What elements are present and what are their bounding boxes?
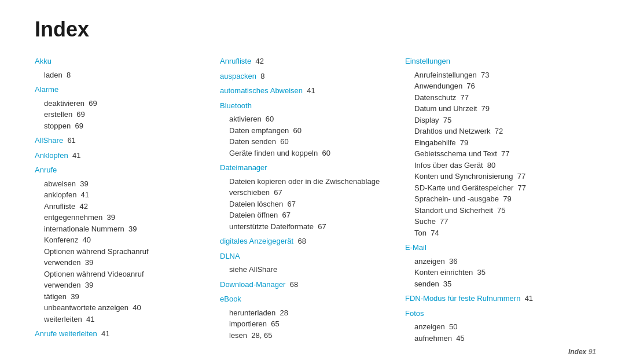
link-anklopfen[interactable]: Anklopfen [35, 151, 68, 160]
link-allshare[interactable]: AllShare [35, 136, 63, 145]
sub-datum-uhrzeit: Datum und Uhrzeit 79 [414, 103, 579, 115]
link-ebook[interactable]: eBook [220, 295, 241, 303]
sub-email-senden: senden 35 [414, 278, 579, 290]
link-bluetooth[interactable]: Bluetooth [220, 101, 252, 110]
sub-ebook-herunterladen: herunterladen 28 [229, 307, 394, 319]
column-1: Akku laden 8 Alarme deaktivieren 69 erst… [35, 56, 220, 347]
link-dateimanager[interactable]: Dateimanager [220, 163, 267, 172]
sub-deaktivieren: deaktivieren 69 [44, 98, 208, 109]
page-title: Index [35, 17, 590, 42]
sub-bt-senden: Daten senden 60 [229, 136, 394, 148]
link-fotos[interactable]: Fotos [405, 309, 424, 318]
sub-dateien-kopieren: Dateien kopieren oder in die Zwischenabl… [229, 176, 394, 198]
sub-taetigen: tätigen 39 [44, 291, 208, 303]
heading-dlna[interactable]: DLNA [220, 251, 394, 262]
sub-suche: Suche 77 [414, 216, 579, 227]
sub-display: Display 75 [414, 115, 579, 126]
heading-digitales-anzeige[interactable]: digitales Anzeigegerät 68 [220, 236, 394, 247]
heading-allshare[interactable]: AllShare 61 [35, 135, 208, 146]
heading-download-manager[interactable]: Download-Manager 68 [220, 279, 394, 291]
group-download-manager: Download-Manager 68 [220, 279, 394, 291]
sub-dateien-loeschen: Dateien löschen 67 [229, 198, 394, 210]
sub-drahtlos-netzwerk: Drahtlos und Netzwerk 72 [414, 126, 579, 137]
link-email[interactable]: E-Mail [405, 243, 427, 252]
heading-anrufliste[interactable]: Anrufliste 42 [220, 56, 394, 67]
sub-entgegennehmen: entgegennehmen 39 [44, 212, 208, 223]
link-akku[interactable]: Akku [35, 57, 52, 65]
sub-fotos-aufnehmen: aufnehmen 45 [414, 333, 579, 344]
heading-dateimanager[interactable]: Dateimanager [220, 162, 394, 174]
link-anrufliste[interactable]: Anrufliste [220, 57, 251, 65]
heading-auspacken[interactable]: auspacken 8 [220, 71, 394, 82]
sub-weiterleiten: weiterleiten 41 [44, 314, 208, 325]
sub-dateien-oeffnen: Dateien öffnen 67 [229, 209, 394, 221]
footer: Index 91 [568, 348, 596, 356]
sub-dlna-allshare: siehe AllShare [229, 264, 394, 275]
group-allshare: AllShare 61 [35, 135, 208, 146]
column-3: Einstellungen Anrufeinstellungen 73 Anwe… [405, 56, 590, 347]
heading-akku[interactable]: Akku [35, 56, 208, 67]
heading-fotos[interactable]: Fotos [405, 308, 579, 319]
sub-anrufliste: Anrufliste 42 [44, 201, 208, 212]
group-anklopfen: Anklopfen 41 [35, 150, 208, 161]
link-alarme[interactable]: Alarme [35, 85, 58, 94]
sub-datenschutz: Datenschutz 77 [414, 92, 579, 104]
heading-ebook[interactable]: eBook [220, 293, 394, 305]
sub-internationale-nummern: internationale Nummern 39 [44, 223, 208, 235]
group-fotos: Fotos anzeigen 50 aufnehmen 45 [405, 308, 579, 344]
sub-email-konten: Konten einrichten 35 [414, 267, 579, 278]
num-digitales-anzeige: 68 [296, 237, 306, 245]
index-columns: Akku laden 8 Alarme deaktivieren 69 erst… [35, 56, 590, 347]
link-dlna[interactable]: DLNA [220, 252, 240, 260]
group-auto-abweisen: automatisches Abweisen 41 [220, 85, 394, 97]
sub-abweisen: abweisen 39 [44, 178, 208, 190]
group-email: E-Mail anzeigen 36 Konten einrichten 35 … [405, 242, 579, 289]
sub-sprachausgabe: Sprachein- und -ausgabe 79 [414, 193, 579, 205]
group-akku: Akku laden 8 [35, 56, 208, 80]
sub-erstellen: erstellen 69 [44, 109, 208, 120]
heading-alarme[interactable]: Alarme [35, 84, 208, 95]
link-digitales-anzeige[interactable]: digitales Anzeigegerät [220, 237, 293, 245]
sub-gebietsschema: Gebietsschema und Text 77 [414, 148, 579, 160]
num-auto-abweisen: 41 [305, 86, 315, 95]
sub-ton: Ton 74 [414, 227, 579, 239]
heading-anklopfen[interactable]: Anklopfen 41 [35, 150, 208, 161]
group-dateimanager: Dateimanager Dateien kopieren oder in di… [220, 162, 394, 232]
sub-anklopfen-sub: anklopfen 41 [44, 189, 208, 201]
link-download-manager[interactable]: Download-Manager [220, 280, 285, 289]
sub-anwendungen: Anwendungen 76 [414, 80, 579, 92]
num-anrufliste: 42 [253, 57, 264, 65]
group-fdn: FDN-Modus für feste Rufnummern 41 [405, 293, 579, 304]
group-anrufliste: Anrufliste 42 [220, 56, 394, 67]
link-anrufe[interactable]: Anrufe [35, 166, 57, 174]
group-digitales-anzeige: digitales Anzeigegerät 68 [220, 236, 394, 247]
group-anrufe: Anrufe abweisen 39 anklopfen 41 Anruflis… [35, 164, 208, 325]
sub-fotos-anzeigen: anzeigen 50 [414, 321, 579, 333]
sub-email-anzeigen: anzeigen 36 [414, 256, 579, 267]
sub-eingabehilfe: Eingabehilfe 79 [414, 137, 579, 149]
heading-einstellungen[interactable]: Einstellungen [405, 56, 579, 67]
heading-anrufe-weiterleiten[interactable]: Anrufe weiterleiten 41 [35, 328, 208, 340]
link-auto-abweisen[interactable]: automatisches Abweisen [220, 86, 303, 95]
sub-anrufeinstellungen: Anrufeinstellungen 73 [414, 69, 579, 81]
link-einstellungen[interactable]: Einstellungen [405, 57, 450, 65]
group-auspacken: auspacken 8 [220, 71, 394, 82]
heading-anrufe[interactable]: Anrufe [35, 164, 208, 176]
group-einstellungen: Einstellungen Anrufeinstellungen 73 Anwe… [405, 56, 579, 238]
sub-bt-aktivieren: aktivieren 60 [229, 113, 394, 125]
heading-bluetooth[interactable]: Bluetooth [220, 100, 394, 112]
sub-laden: laden 8 [44, 69, 208, 81]
num-anklopfen: 41 [70, 151, 80, 160]
sub-bt-empfangen: Daten empfangen 60 [229, 125, 394, 137]
heading-email[interactable]: E-Mail [405, 242, 579, 253]
sub-stoppen: stoppen 69 [44, 120, 208, 132]
group-anrufe-weiterleiten: Anrufe weiterleiten 41 [35, 328, 208, 340]
page: Index Akku laden 8 Alarme deaktivieren 6… [0, 0, 625, 364]
heading-fdn[interactable]: FDN-Modus für feste Rufnummern 41 [405, 293, 579, 304]
link-auspacken[interactable]: auspacken [220, 72, 256, 80]
link-anrufe-weiterleiten[interactable]: Anrufe weiterleiten [35, 329, 97, 338]
heading-auto-abweisen[interactable]: automatisches Abweisen 41 [220, 85, 394, 97]
sub-optionen-video: Optionen während Videoanrufverwenden 39 [44, 269, 208, 291]
sub-sd-karte: SD-Karte und Gerätespeicher 77 [414, 182, 579, 194]
link-fdn[interactable]: FDN-Modus für feste Rufnummern [405, 294, 520, 303]
